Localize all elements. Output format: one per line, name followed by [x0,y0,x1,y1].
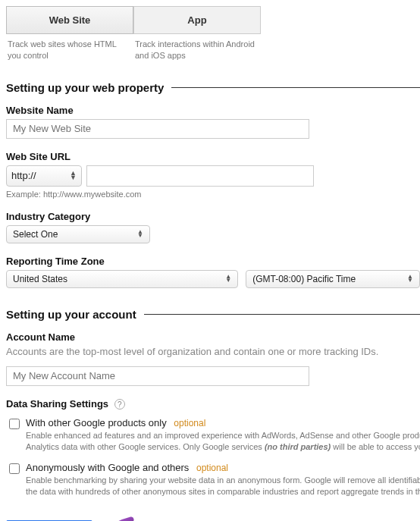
annotation-arrow-icon [97,516,135,521]
chevron-updown-icon: ▲▼ [137,231,143,238]
tab-website-desc: Track web sites whose HTML you control [6,39,133,61]
divider [171,87,420,88]
website-name-input[interactable] [6,119,309,139]
website-name-label: Website Name [6,105,420,116]
tracking-type-tabs: Web Site App [6,6,420,34]
industry-label: Industry Category [6,211,420,222]
protocol-value: http:// [11,170,36,181]
protocol-select[interactable]: http:// ▲▼ [6,165,82,187]
sharing-option-google-products: With other Google products only optional… [6,414,420,459]
chevron-updown-icon: ▲▼ [225,275,231,283]
account-name-label: Account Name [6,331,420,343]
website-url-label: Web Site URL [6,151,420,162]
industry-select[interactable]: Select One ▲▼ [6,225,150,243]
account-name-input[interactable] [6,366,309,386]
tab-website[interactable]: Web Site [6,6,133,34]
section-account-title: Setting up your account [6,308,136,321]
timezone-country-select[interactable]: United States ▲▼ [6,270,238,288]
sharing-google-products-checkbox[interactable] [9,419,20,429]
timezone-label: Reporting Time Zone [6,256,420,267]
sharing-google-products-desc: Enable enhanced ad features and an impro… [26,430,420,453]
chevron-updown-icon: ▲▼ [70,171,77,180]
data-sharing-label: Data Sharing Settings [6,398,108,410]
sharing-option-anonymous: Anonymously with Google and others optio… [6,459,420,504]
optional-label: optional [174,418,205,428]
divider [144,314,420,315]
chevron-updown-icon: ▲▼ [407,275,413,283]
optional-label: optional [196,463,228,473]
section-account: Setting up your account [6,308,420,321]
help-icon[interactable]: ? [114,399,125,410]
timezone-select[interactable]: (GMT-08:00) Pacific Time ▲▼ [246,270,420,288]
website-url-input[interactable] [86,165,314,187]
url-example: Example: http://www.mywebsite.com [6,190,420,199]
sharing-anonymous-title: Anonymously with Google and others [26,462,189,473]
timezone-country-value: United States [13,274,67,284]
industry-value: Select One [13,229,58,240]
sharing-google-products-title: With other Google products only [26,417,167,428]
section-web-property-title: Setting up your web property [6,81,164,94]
section-web-property: Setting up your web property [6,81,420,94]
sharing-anonymous-checkbox[interactable] [9,463,20,474]
sharing-anonymous-desc: Enable benchmarking by sharing your webs… [26,475,420,497]
tab-app-desc: Track interactions within Android and iO… [133,39,261,61]
tab-descriptions: Track web sites whose HTML you control T… [6,39,420,61]
timezone-value: (GMT-08:00) Pacific Time [252,274,356,284]
tab-app[interactable]: App [133,6,261,34]
account-desc: Accounts are the top-most level of organ… [6,346,420,357]
